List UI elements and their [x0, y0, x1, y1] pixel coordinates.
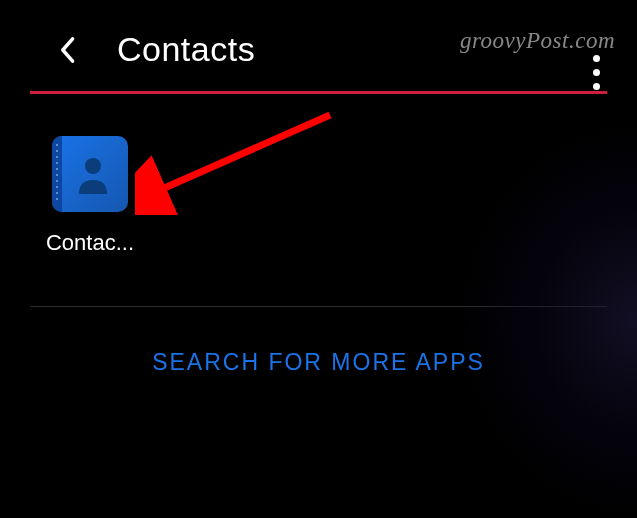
page-title: Contacts: [117, 30, 255, 69]
chevron-left-icon: [58, 36, 76, 64]
kebab-dot-icon: [593, 55, 600, 62]
more-options-button[interactable]: [588, 50, 605, 95]
book-spine-icon: [52, 136, 62, 212]
header-bar: Contacts: [0, 0, 637, 89]
kebab-dot-icon: [593, 83, 600, 90]
app-result-contacts[interactable]: Contac...: [40, 136, 140, 256]
svg-point-0: [85, 158, 101, 174]
app-result-label: Contac...: [46, 230, 134, 256]
person-icon: [75, 154, 111, 194]
back-button[interactable]: [55, 38, 79, 62]
search-more-apps-button[interactable]: SEARCH FOR MORE APPS: [0, 307, 637, 376]
search-results: Contac...: [0, 94, 637, 256]
kebab-dot-icon: [593, 69, 600, 76]
contacts-app-icon: [52, 136, 128, 212]
